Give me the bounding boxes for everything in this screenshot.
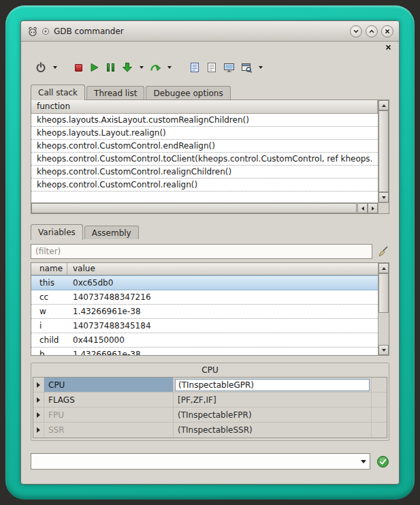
minimize-button[interactable] xyxy=(350,25,362,37)
dropdown-arrow-icon xyxy=(361,460,366,463)
scroll-left-button[interactable] xyxy=(357,203,368,213)
variable-row[interactable]: w 1.43266961e-38 xyxy=(31,305,378,319)
step-over-button[interactable] xyxy=(148,59,163,76)
callstack-list: kheops.layouts.AxisLayout.customRealignC… xyxy=(31,114,389,192)
register-group-name[interactable]: FPU xyxy=(44,408,174,422)
cpu-register-tree: CPU (TInspectableGPR) FLAGS [PF,ZF,IF] F… xyxy=(33,377,387,438)
vertical-scrollbar[interactable] xyxy=(378,263,389,355)
callstack-frame-row[interactable]: kheops.layouts.AxisLayout.customRealignC… xyxy=(31,114,378,127)
register-group-value[interactable]: (TInspectableSSR) xyxy=(174,423,372,438)
cpu-row[interactable]: SSR (TInspectableSSR) xyxy=(33,423,387,438)
app-icon[interactable] xyxy=(27,25,39,37)
pause-button[interactable] xyxy=(104,59,116,76)
clear-filter-button[interactable] xyxy=(376,245,389,258)
call-stack-window-button[interactable] xyxy=(188,59,201,76)
variables-header: name value xyxy=(31,263,378,275)
column-header-value[interactable]: value xyxy=(67,263,378,275)
cpu-row[interactable]: CPU (TInspectableGPR) xyxy=(33,378,387,393)
variable-name: this xyxy=(31,278,67,288)
vertical-scrollbar[interactable] xyxy=(378,100,389,202)
tab-label: Debugee options xyxy=(153,89,223,98)
watch-window-button[interactable] xyxy=(240,59,254,76)
expander-icon[interactable] xyxy=(33,423,44,438)
dropdown-arrow-icon[interactable] xyxy=(140,66,144,69)
close-button[interactable] xyxy=(381,25,393,37)
register-group-name[interactable]: CPU xyxy=(44,378,174,392)
tab-thread-list[interactable]: Thread list xyxy=(86,86,144,100)
callstack-frame-row[interactable]: kheops.control.CustomControl.endRealign(… xyxy=(31,140,378,153)
stop-button[interactable] xyxy=(74,59,84,76)
register-group-value[interactable]: [PF,ZF,IF] xyxy=(174,393,372,407)
variable-row[interactable]: cc 140737488347216 xyxy=(31,290,378,305)
dropdown-arrow-icon[interactable] xyxy=(53,66,57,69)
variable-name: w xyxy=(31,307,67,316)
maximize-button[interactable] xyxy=(366,25,378,37)
tab-call-stack[interactable]: Call stack xyxy=(31,85,85,100)
scrollbar-track[interactable] xyxy=(378,110,389,192)
debug-toolbar xyxy=(21,58,399,77)
disassembly-window-button[interactable] xyxy=(205,59,219,76)
command-combobox[interactable] xyxy=(31,453,370,470)
scroll-down-button[interactable] xyxy=(378,345,389,355)
register-group-name[interactable]: SSR xyxy=(44,423,174,438)
expander-icon[interactable] xyxy=(33,393,44,407)
filter-input[interactable] xyxy=(31,244,372,259)
scroll-up-button[interactable] xyxy=(378,100,389,110)
register-value-editor[interactable]: (TInspectableGPR) xyxy=(175,379,370,391)
tab-label: Assembly xyxy=(92,228,131,238)
step-into-button[interactable] xyxy=(120,59,135,76)
memory-window-button[interactable] xyxy=(222,59,236,76)
variable-value: 1.43266961e-38 xyxy=(67,350,378,356)
pin-icon[interactable] xyxy=(42,27,50,35)
dropdown-arrow-icon[interactable] xyxy=(167,66,172,69)
scroll-up-button[interactable] xyxy=(378,263,389,273)
combobox-dropdown-button[interactable] xyxy=(357,454,370,469)
callstack-column-header[interactable]: function xyxy=(31,100,378,114)
callstack-frame-row[interactable]: kheops.layouts.Layout.realign() xyxy=(31,127,378,140)
variable-row[interactable]: i 140737488345184 xyxy=(31,319,378,333)
variable-value: 140737488345184 xyxy=(67,321,378,331)
tab-assembly[interactable]: Assembly xyxy=(84,226,139,239)
register-group-name[interactable]: FLAGS xyxy=(44,393,174,407)
horizontal-scrollbar[interactable] xyxy=(31,202,378,213)
call-stack-list-icon xyxy=(189,62,200,73)
scrollbar-thumb[interactable] xyxy=(378,273,389,313)
power-button[interactable] xyxy=(33,59,48,76)
chevron-up-icon xyxy=(368,28,375,35)
scroll-right-button[interactable] xyxy=(368,203,378,213)
cpu-row[interactable]: FPU (TInspectableFPR) xyxy=(33,408,387,423)
scroll-down-button[interactable] xyxy=(378,192,389,202)
dock-close-button[interactable] xyxy=(384,43,392,51)
scrollbar-thumb[interactable] xyxy=(378,110,389,192)
callstack-frame-row[interactable]: kheops.control.CustomControl.realign() xyxy=(31,179,378,192)
variable-name: child xyxy=(31,335,67,345)
scrollbar-track[interactable] xyxy=(378,273,389,345)
power-icon xyxy=(35,61,47,74)
execute-command-button[interactable] xyxy=(376,455,389,468)
callstack-frame-row[interactable]: kheops.control.CustomControl.toClient(kh… xyxy=(31,153,378,166)
scrollbar-thumb[interactable] xyxy=(31,203,357,213)
cpu-group-title: CPU xyxy=(33,365,387,377)
variable-row[interactable]: b 1.43266961e-38 xyxy=(31,348,378,356)
variable-row[interactable]: child 0x44150000 xyxy=(31,333,378,348)
callstack-frame-row[interactable]: kheops.control.CustomControl.realignChil… xyxy=(31,166,378,179)
variables-list: this 0xc65db0 cc 140737488347216 w 1.432… xyxy=(31,275,389,356)
expander-icon[interactable] xyxy=(33,408,44,422)
play-icon xyxy=(88,62,99,73)
command-row xyxy=(31,453,389,470)
register-group-value: (TInspectableGPR) xyxy=(174,378,372,392)
scrollbar-track[interactable] xyxy=(31,203,357,213)
tab-variables[interactable]: Variables xyxy=(31,224,83,240)
variable-value: 0x44150000 xyxy=(67,335,378,345)
titlebar[interactable]: GDB commander xyxy=(21,21,399,42)
register-group-value[interactable]: (TInspectableFPR) xyxy=(174,408,372,422)
tab-debugee-options[interactable]: Debugee options xyxy=(146,86,230,100)
cpu-row[interactable]: FLAGS [PF,ZF,IF] xyxy=(33,393,387,408)
variable-row[interactable]: this 0xc65db0 xyxy=(31,275,378,290)
arrow-right-icon xyxy=(372,206,374,211)
variable-name: cc xyxy=(31,292,67,302)
column-header-name[interactable]: name xyxy=(31,263,67,275)
dropdown-arrow-icon[interactable] xyxy=(259,66,263,69)
expander-icon[interactable] xyxy=(33,378,44,392)
run-button[interactable] xyxy=(87,59,101,76)
